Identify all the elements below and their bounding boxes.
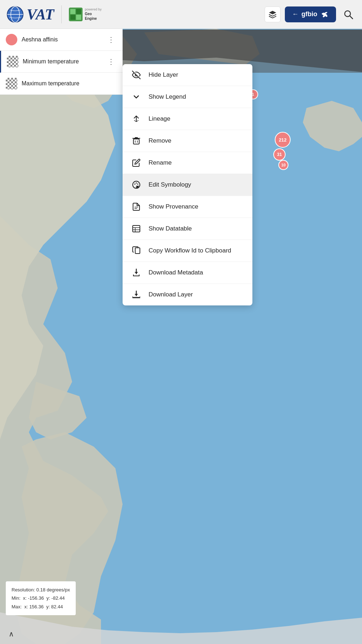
bird-icon: [320, 10, 329, 19]
cluster-bubble-212[interactable]: 212: [275, 132, 291, 148]
hide-icon: [131, 70, 141, 80]
geoengine-text: powered by GeoEngine: [85, 8, 102, 21]
map-info-box: Resolution: 0.18 degrees/px Min: x: -156…: [6, 581, 76, 615]
show-datatable-label: Show Datatable: [149, 225, 192, 232]
copy-workflow-label: Copy Workflow Id to Clipboard: [149, 247, 231, 254]
menu-item-download-layer[interactable]: Download Layer: [123, 284, 252, 305]
min-coords: Min: x: -156.36 y: -82.44: [12, 594, 70, 602]
search-icon: [343, 9, 353, 19]
menu-item-show-provenance[interactable]: Show Provenance: [123, 196, 252, 218]
cluster-bubble-31[interactable]: 31: [273, 148, 286, 161]
hide-layer-label: Hide Layer: [149, 71, 178, 79]
svg-rect-6: [70, 9, 75, 14]
context-menu: Hide Layer Show Legend Lineage: [123, 64, 252, 305]
pencil-icon: [131, 158, 141, 168]
layer-item-min-temp[interactable]: Minimum temperature ⋮: [0, 51, 123, 73]
svg-rect-29: [135, 248, 140, 254]
menu-item-show-datatable[interactable]: Show Datatable: [123, 218, 252, 240]
bottom-chevron-button[interactable]: ∧: [9, 630, 14, 638]
svg-rect-25: [133, 225, 140, 232]
lineage-icon: [131, 114, 141, 124]
logo-divider: [61, 5, 62, 23]
svg-point-22: [137, 184, 138, 185]
gfbio-label: gfbio: [301, 10, 317, 18]
geoengine-logo: powered by GeoEngine: [69, 8, 102, 21]
layer-menu-button-min-temp[interactable]: ⋮: [105, 56, 117, 67]
download-layer-icon: [131, 290, 141, 300]
svg-rect-8: [70, 15, 75, 20]
document-icon: [131, 202, 141, 212]
remove-label: Remove: [149, 137, 171, 144]
menu-item-rename[interactable]: Rename: [123, 152, 252, 174]
layer-item-aeshna[interactable]: Aeshna affinis ⋮: [0, 29, 123, 51]
search-button[interactable]: [340, 6, 356, 22]
table-icon: [131, 224, 141, 234]
layer-name-max-temp: Maximum temperature: [22, 80, 117, 87]
menu-item-lineage[interactable]: Lineage: [123, 108, 252, 130]
layer-list: Aeshna affinis ⋮ Minimum temperature ⋮ M…: [0, 29, 123, 95]
header: VAT powered by GeoEngine ← gfbio: [0, 0, 362, 29]
vat-logo-text: VAT: [27, 6, 54, 23]
rename-label: Rename: [149, 159, 172, 166]
layer-name-aeshna: Aeshna affinis: [22, 36, 101, 43]
cluster-bubble-10[interactable]: 10: [278, 160, 288, 170]
download-metadata-icon: [131, 268, 141, 278]
gfbio-button[interactable]: ← gfbio: [285, 6, 336, 22]
max-coords: Max: x: 156.36 y: 82.44: [12, 603, 70, 611]
layers-icon: [268, 10, 277, 19]
show-legend-label: Show Legend: [149, 93, 186, 100]
logo-container: VAT: [6, 5, 54, 24]
show-provenance-label: Show Provenance: [149, 203, 198, 210]
svg-rect-7: [76, 9, 81, 14]
svg-point-20: [134, 184, 136, 185]
svg-line-11: [350, 16, 353, 19]
edit-symbology-label: Edit Symbology: [149, 181, 191, 188]
globe-icon: [6, 5, 25, 24]
chevron-down-icon: [131, 92, 141, 102]
menu-item-remove[interactable]: Remove: [123, 130, 252, 152]
menu-item-edit-symbology[interactable]: Edit Symbology: [123, 174, 252, 196]
back-arrow-icon: ←: [292, 10, 299, 18]
layer-menu-button-aeshna[interactable]: ⋮: [105, 34, 117, 45]
download-layer-label: Download Layer: [149, 291, 193, 298]
resolution-text: Resolution: 0.18 degrees/px: [12, 586, 70, 594]
layer-icon-checker-min: [7, 56, 18, 67]
copy-icon: [131, 246, 141, 256]
layers-button[interactable]: [265, 6, 281, 22]
palette-icon: [131, 180, 141, 190]
download-metadata-label: Download Metadata: [149, 269, 203, 276]
layer-icon-circle: [6, 34, 17, 45]
trash-icon: [131, 136, 141, 146]
menu-item-hide-layer[interactable]: Hide Layer: [123, 64, 252, 86]
menu-item-copy-workflow[interactable]: Copy Workflow Id to Clipboard: [123, 240, 252, 262]
layer-icon-checker-max: [6, 78, 17, 89]
svg-point-21: [136, 183, 137, 184]
layer-name-min-temp: Minimum temperature: [23, 58, 101, 65]
lineage-label: Lineage: [149, 115, 171, 122]
svg-rect-16: [133, 139, 139, 144]
layer-item-max-temp[interactable]: Maximum temperature: [0, 73, 123, 95]
menu-item-download-metadata[interactable]: Download Metadata: [123, 262, 252, 284]
menu-item-show-legend[interactable]: Show Legend: [123, 86, 252, 108]
geoengine-icon: [69, 8, 83, 21]
svg-rect-9: [76, 15, 81, 20]
